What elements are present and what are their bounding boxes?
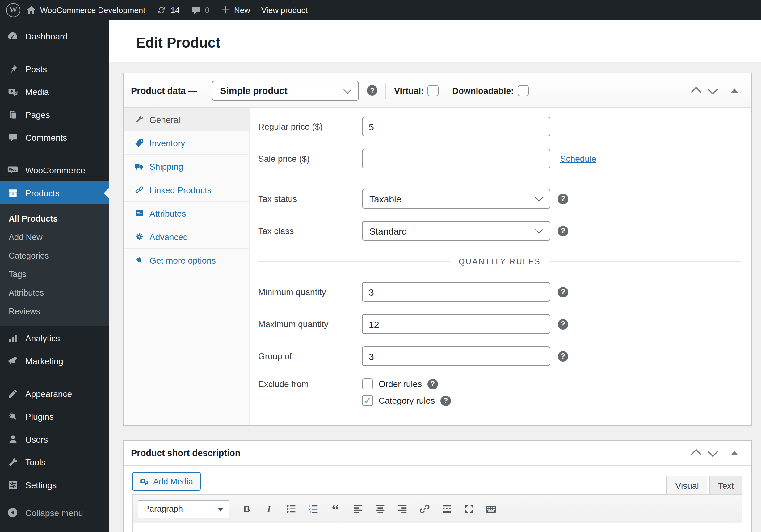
sidebar-item-media[interactable]: Media xyxy=(0,80,109,103)
svg-text:“: “ xyxy=(332,503,339,515)
group-of-help-icon[interactable]: ? xyxy=(558,351,568,361)
product-type-help-icon[interactable]: ? xyxy=(367,85,378,96)
new-menu[interactable]: New xyxy=(215,0,256,20)
move-up-icon[interactable] xyxy=(691,449,701,459)
sidebar-item-dashboard[interactable]: Dashboard xyxy=(0,25,109,47)
product-type-select[interactable]: Simple product xyxy=(212,80,359,100)
tab-general[interactable]: General xyxy=(124,108,249,132)
svg-text:3: 3 xyxy=(309,510,310,514)
product-data-panel: Product data — Simple product ? Virtual:… xyxy=(123,73,752,426)
category-rules-checkbox[interactable]: ✓ xyxy=(362,395,373,406)
schedule-link[interactable]: Schedule xyxy=(560,154,596,164)
bulleted-list-icon xyxy=(285,503,297,515)
product-type-value: Simple product xyxy=(220,85,287,96)
brush-icon xyxy=(7,388,19,399)
sidebar-item-products[interactable]: Products xyxy=(0,182,109,204)
updates-icon xyxy=(156,5,167,15)
regular-price-input[interactable] xyxy=(362,117,550,136)
collapse-panel-icon[interactable] xyxy=(731,88,738,93)
sidebar-item-posts[interactable]: Posts xyxy=(0,57,109,80)
tax-class-select[interactable]: Standard xyxy=(362,221,550,241)
minimum-quantity-help-icon[interactable]: ? xyxy=(558,287,568,297)
sidebar-item-settings[interactable]: Settings xyxy=(0,473,109,496)
site-name-menu[interactable]: WooCommerce Development xyxy=(21,0,151,20)
submenu-item-tags[interactable]: Tags xyxy=(0,265,109,283)
order-rules-help-icon[interactable]: ? xyxy=(428,379,438,389)
tab-visual[interactable]: Visual xyxy=(667,476,708,494)
submenu-item-add-new[interactable]: Add New xyxy=(0,228,109,246)
tab-text[interactable]: Text xyxy=(709,476,742,494)
insert-link-button[interactable] xyxy=(416,500,433,517)
bold-icon: B xyxy=(241,503,252,515)
product-data-tabs: General Inventory Shipping xyxy=(124,108,250,425)
sidebar-item-analytics[interactable]: Analytics xyxy=(0,327,109,349)
read-more-button[interactable] xyxy=(438,500,455,517)
submenu-item-attributes[interactable]: Attributes xyxy=(0,283,109,302)
paragraph-format-select[interactable]: Paragraph xyxy=(138,500,229,518)
downloadable-checkbox[interactable] xyxy=(517,85,528,96)
group-of-input[interactable] xyxy=(362,346,550,366)
wordpress-logo-icon[interactable]: W xyxy=(6,3,21,17)
tax-class-row: Tax class Standard ? xyxy=(258,221,741,241)
align-left-button[interactable] xyxy=(349,500,366,517)
tab-shipping[interactable]: Shipping xyxy=(124,155,249,178)
align-right-button[interactable] xyxy=(393,500,411,517)
blockquote-icon: “ xyxy=(329,503,342,515)
virtual-option: Virtual: xyxy=(394,85,439,96)
bulleted-list-button[interactable] xyxy=(282,500,300,517)
collapse-menu-button[interactable]: Collapse menu xyxy=(0,501,109,524)
move-down-icon[interactable] xyxy=(708,84,718,94)
tab-advanced[interactable]: Advanced xyxy=(124,225,249,249)
fullscreen-button[interactable] xyxy=(460,500,478,517)
sidebar-item-appearance[interactable]: Appearance xyxy=(0,382,109,405)
tab-get-more-options[interactable]: Get more options xyxy=(124,249,249,272)
order-rules-checkbox[interactable] xyxy=(362,378,373,390)
tax-status-label: Tax status xyxy=(258,194,362,204)
submenu-item-categories[interactable]: Categories xyxy=(0,246,109,265)
maximum-quantity-input[interactable] xyxy=(362,314,550,334)
comments-menu[interactable]: 0 xyxy=(185,0,215,20)
maximum-quantity-help-icon[interactable]: ? xyxy=(558,319,568,329)
sidebar-item-users[interactable]: Users xyxy=(0,428,109,451)
submenu-item-all-products[interactable]: All Products xyxy=(0,209,109,228)
tab-inventory[interactable]: Inventory xyxy=(124,132,249,155)
add-media-button[interactable]: Add Media xyxy=(132,472,201,491)
tax-status-help-icon[interactable]: ? xyxy=(558,193,568,204)
sidebar-item-woocommerce[interactable]: Woo WooCommerce xyxy=(0,159,109,182)
short-description-text: This is a simple prod xyxy=(133,523,742,532)
collapse-panel-icon[interactable] xyxy=(731,451,738,455)
page-title: Edit Product xyxy=(109,20,761,51)
keyboard-shortcuts-button[interactable] xyxy=(483,500,500,517)
sale-price-input[interactable] xyxy=(362,149,550,169)
updates-menu[interactable]: 14 xyxy=(151,0,185,20)
move-up-icon[interactable] xyxy=(691,86,701,97)
editor-content[interactable]: This is a simple prod xyxy=(133,523,742,532)
minimum-quantity-input[interactable] xyxy=(362,282,550,302)
view-product-label: View product xyxy=(261,5,308,15)
align-center-button[interactable] xyxy=(371,500,388,517)
numbered-list-button[interactable]: 123 xyxy=(305,500,322,517)
move-down-icon[interactable] xyxy=(708,447,718,457)
sidebar-item-marketing[interactable]: Marketing xyxy=(0,349,109,372)
tax-class-help-icon[interactable]: ? xyxy=(558,226,568,236)
category-rules-help-icon[interactable]: ? xyxy=(440,395,451,406)
virtual-checkbox[interactable] xyxy=(428,85,439,96)
sidebar-item-plugins[interactable]: Plugins xyxy=(0,405,109,428)
chevron-down-icon xyxy=(535,194,543,201)
submenu-item-reviews[interactable]: Reviews xyxy=(0,302,109,320)
bold-button[interactable]: B xyxy=(238,500,255,517)
sidebar-item-tools[interactable]: Tools xyxy=(0,451,109,473)
short-description-title: Product short description xyxy=(131,448,241,458)
virtual-label: Virtual: xyxy=(394,85,424,95)
category-rules-label: Category rules xyxy=(379,396,435,405)
tax-class-value: Standard xyxy=(369,226,407,236)
sidebar-item-comments[interactable]: Comments xyxy=(0,126,109,149)
tab-attributes[interactable]: Attributes xyxy=(124,202,249,225)
view-product-link[interactable]: View product xyxy=(256,0,313,20)
sidebar-item-pages[interactable]: Pages xyxy=(0,103,109,126)
tax-status-select[interactable]: Taxable xyxy=(362,189,550,209)
blockquote-button[interactable]: “ xyxy=(327,500,344,517)
page-header: Edit Product xyxy=(109,20,761,62)
italic-button[interactable]: I xyxy=(260,500,277,517)
tab-linked-products[interactable]: Linked Products xyxy=(124,178,249,202)
